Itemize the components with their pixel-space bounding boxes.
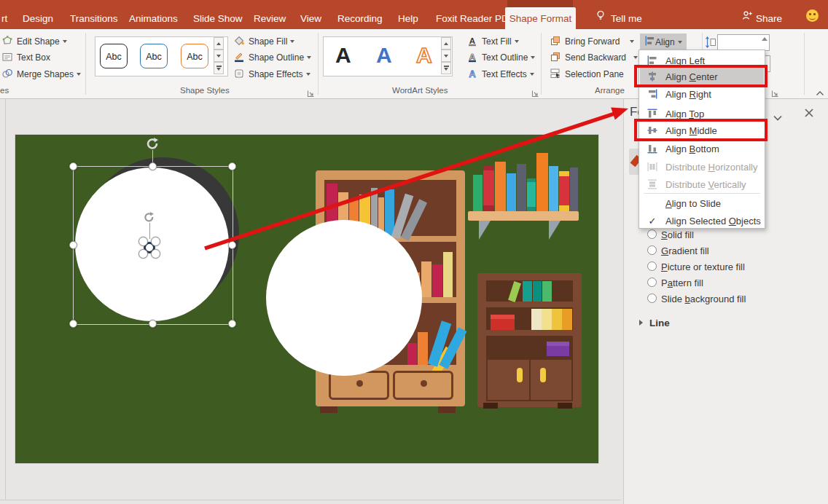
book-spine: [523, 281, 532, 302]
small-bookcase-doors: [486, 358, 573, 401]
radio-gradient-fill[interactable]: [647, 245, 657, 255]
radio-solid-fill[interactable]: [647, 229, 657, 239]
group-separator: [541, 33, 542, 95]
door-knob: [517, 368, 523, 382]
group-separator: [85, 33, 86, 95]
group-label-wordart-styles: WordArt Styles: [392, 86, 448, 95]
gallery-scroll-down-button[interactable]: [441, 50, 451, 62]
radio-slide-background-fill[interactable]: [647, 294, 657, 303]
tab-foxit-reader-pdf[interactable]: Foxit Reader PDF: [436, 9, 515, 29]
tab-recording[interactable]: Recording: [337, 9, 383, 29]
book-spine: [536, 153, 548, 211]
tab-view[interactable]: View: [300, 9, 321, 29]
book-spine: [570, 168, 578, 211]
menu-item-distribute-horizontally: Distribute Horizontally: [640, 158, 764, 176]
resize-handle-w[interactable]: [69, 241, 77, 249]
text-box-button[interactable]: Text Box: [1, 50, 50, 65]
pane-collapse-icon[interactable]: [773, 111, 782, 124]
resize-handle-sw[interactable]: [69, 320, 77, 328]
resize-handle-se[interactable]: [228, 320, 236, 328]
tiny-resize-handle-nw[interactable]: [138, 237, 148, 246]
gallery-more-button[interactable]: [441, 62, 451, 74]
tiny-resize-handle-sw[interactable]: [138, 249, 148, 259]
book-spine: [421, 261, 431, 297]
radio-label-slide-background-fill[interactable]: Slide background fill: [661, 294, 746, 304]
align-button[interactable]: Align: [640, 34, 687, 50]
shape-outline-button[interactable]: Shape Outline: [233, 50, 311, 65]
shape-effects-icon: [233, 68, 245, 82]
tab-tell-me[interactable]: Tell me: [611, 9, 642, 29]
selection-pane-icon: [550, 68, 561, 82]
resize-handle-ne[interactable]: [228, 162, 236, 170]
menu-item-align-right[interactable]: Align Right: [640, 85, 764, 103]
line-section-header[interactable]: Line: [649, 318, 670, 328]
rotate-handle-icon-small[interactable]: [142, 210, 155, 227]
merge-shapes-button[interactable]: Merge Shapes: [1, 67, 81, 82]
wordart-dialog-launcher-icon[interactable]: [531, 87, 539, 101]
bring-forward-button[interactable]: Bring Forward: [550, 34, 634, 49]
resize-handle-e[interactable]: [228, 241, 236, 249]
gallery-scroll-up-button[interactable]: [214, 37, 224, 50]
tiny-resize-handle-se[interactable]: [151, 249, 160, 259]
chevron-down-icon: [531, 56, 535, 59]
white-circle-shape[interactable]: [266, 220, 422, 376]
menu-item-align-selected-objects[interactable]: ✓ Align Selected Objects: [640, 212, 764, 229]
slide-background-image[interactable]: [15, 134, 599, 464]
line-section-expander-icon[interactable]: [639, 320, 643, 326]
gallery-scroll-down-button[interactable]: [214, 50, 224, 62]
book-spine: [418, 332, 428, 365]
shape-fill-button[interactable]: Shape Fill: [233, 34, 294, 49]
tab-design[interactable]: Design: [23, 9, 53, 29]
shape-effects-button[interactable]: Shape Effects: [233, 67, 310, 82]
shape-style-preset-2[interactable]: Abc: [140, 44, 168, 68]
menu-item-align-to-slide[interactable]: Align to Slide: [640, 194, 764, 212]
align-bottom-icon: [646, 143, 659, 154]
text-outline-button[interactable]: A Text Outline: [466, 50, 535, 65]
radio-label-gradient-fill[interactable]: Gradient fill: [661, 245, 709, 256]
radio-label-solid-fill[interactable]: Solid fill: [661, 229, 694, 240]
wordart-preset-1[interactable]: A: [335, 43, 351, 68]
tab-transitions[interactable]: Transitions: [70, 9, 118, 29]
tab-help[interactable]: Help: [398, 9, 418, 29]
tab-review[interactable]: Review: [254, 9, 286, 29]
shelf-bracket: [549, 221, 561, 240]
radio-pattern-fill[interactable]: [647, 277, 657, 287]
edit-shape-button[interactable]: Edit Shape: [1, 34, 67, 49]
resize-handle-s[interactable]: [149, 320, 157, 328]
smiley-face-icon[interactable]: [806, 9, 819, 22]
wordart-preset-2[interactable]: A: [376, 43, 392, 68]
tab-shape-format[interactable]: Shape Format: [505, 7, 576, 29]
gallery-more-button[interactable]: [214, 62, 224, 74]
menu-separator: [644, 193, 760, 194]
text-fill-button[interactable]: A Text Fill: [466, 34, 519, 49]
radio-label-pattern-fill[interactable]: Pattern fill: [661, 277, 703, 288]
shape-styles-dialog-launcher-icon[interactable]: [307, 87, 315, 101]
radio-label-picture-texture-fill[interactable]: Picture or texture fill: [661, 261, 745, 272]
shape-style-preset-1[interactable]: Abc: [100, 44, 128, 68]
tab-insert-partial[interactable]: rt: [1, 9, 7, 29]
spinner-up-icon[interactable]: [762, 37, 768, 41]
resize-handle-nw[interactable]: [69, 162, 77, 170]
pane-close-icon[interactable]: [804, 108, 814, 121]
text-effects-button[interactable]: A Text Effects: [466, 67, 534, 82]
book-spine: [542, 309, 552, 330]
share-button[interactable]: Share: [756, 9, 782, 29]
resize-handle-n[interactable]: [149, 162, 157, 170]
tiny-resize-handle-ne[interactable]: [151, 237, 160, 246]
selection-pane-button[interactable]: Selection Pane: [550, 67, 624, 82]
share-icon: [741, 9, 753, 24]
group-separator: [804, 33, 805, 95]
shape-style-preset-3[interactable]: Abc: [181, 44, 208, 68]
tab-animations[interactable]: Animations: [129, 9, 178, 29]
svg-text:A: A: [469, 52, 475, 60]
shape-height-input[interactable]: [717, 34, 770, 51]
tab-slide-show[interactable]: Slide Show: [193, 9, 243, 29]
menu-item-align-bottom[interactable]: Align Bottom: [640, 140, 764, 157]
group-label-arrange: Arrange: [595, 86, 625, 95]
radio-picture-texture-fill[interactable]: [647, 261, 657, 271]
book-spine: [531, 309, 542, 330]
gallery-scroll-up-button[interactable]: [441, 37, 451, 50]
rotate-handle-icon[interactable]: [145, 136, 160, 154]
send-backward-button[interactable]: Send Backward: [550, 50, 638, 65]
wordart-preset-3[interactable]: A: [416, 43, 432, 68]
